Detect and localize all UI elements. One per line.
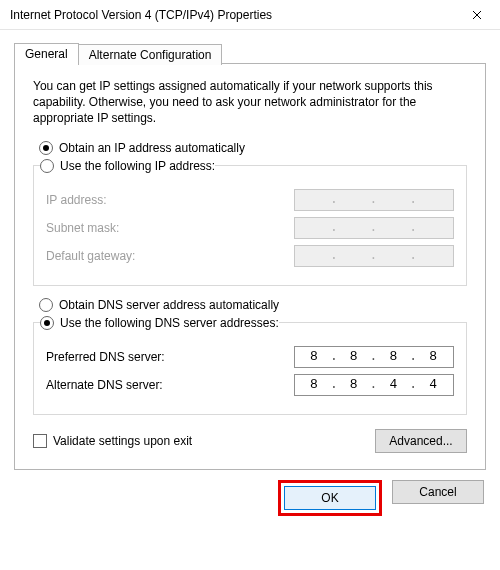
- checkbox-icon: [33, 434, 47, 448]
- subnet-mask-label: Subnet mask:: [46, 221, 119, 235]
- radio-icon: [39, 298, 53, 312]
- alternate-dns-input[interactable]: 8. 8. 4. 4: [294, 374, 454, 396]
- window-title: Internet Protocol Version 4 (TCP/IPv4) P…: [10, 8, 272, 22]
- description-text: You can get IP settings assigned automat…: [33, 78, 467, 127]
- dialog-button-row: OK Cancel: [14, 480, 486, 516]
- ok-highlight: OK: [278, 480, 382, 516]
- dialog-content: General Alternate Configuration You can …: [0, 30, 500, 530]
- radio-icon: [40, 316, 54, 330]
- validate-settings-option[interactable]: Validate settings upon exit: [33, 434, 192, 448]
- ip-manual-label: Use the following IP address:: [60, 159, 215, 173]
- ip-address-input: . . .: [294, 189, 454, 211]
- radio-icon: [39, 141, 53, 155]
- titlebar: Internet Protocol Version 4 (TCP/IPv4) P…: [0, 0, 500, 30]
- dns-auto-option[interactable]: Obtain DNS server address automatically: [39, 298, 467, 312]
- tab-alternate[interactable]: Alternate Configuration: [78, 44, 223, 65]
- subnet-mask-input: . . .: [294, 217, 454, 239]
- ip-auto-label: Obtain an IP address automatically: [59, 141, 245, 155]
- preferred-dns-label: Preferred DNS server:: [46, 350, 165, 364]
- ip-manual-option[interactable]: Use the following IP address:: [40, 159, 215, 173]
- radio-icon: [40, 159, 54, 173]
- default-gateway-label: Default gateway:: [46, 249, 135, 263]
- tab-strip: General Alternate Configuration: [14, 42, 486, 63]
- tab-panel-general: You can get IP settings assigned automat…: [14, 63, 486, 470]
- default-gateway-input: . . .: [294, 245, 454, 267]
- dns-manual-option[interactable]: Use the following DNS server addresses:: [40, 316, 279, 330]
- ip-address-label: IP address:: [46, 193, 106, 207]
- alternate-dns-label: Alternate DNS server:: [46, 378, 163, 392]
- close-icon: [472, 10, 482, 20]
- ip-manual-group: Use the following IP address: IP address…: [33, 159, 467, 286]
- ip-auto-option[interactable]: Obtain an IP address automatically: [39, 141, 467, 155]
- dns-manual-group: Use the following DNS server addresses: …: [33, 316, 467, 415]
- close-button[interactable]: [454, 0, 500, 30]
- dns-manual-label: Use the following DNS server addresses:: [60, 316, 279, 330]
- dns-auto-label: Obtain DNS server address automatically: [59, 298, 279, 312]
- tab-general[interactable]: General: [14, 43, 79, 64]
- advanced-button[interactable]: Advanced...: [375, 429, 467, 453]
- ok-button[interactable]: OK: [284, 486, 376, 510]
- validate-settings-label: Validate settings upon exit: [53, 434, 192, 448]
- preferred-dns-input[interactable]: 8. 8. 8. 8: [294, 346, 454, 368]
- cancel-button[interactable]: Cancel: [392, 480, 484, 504]
